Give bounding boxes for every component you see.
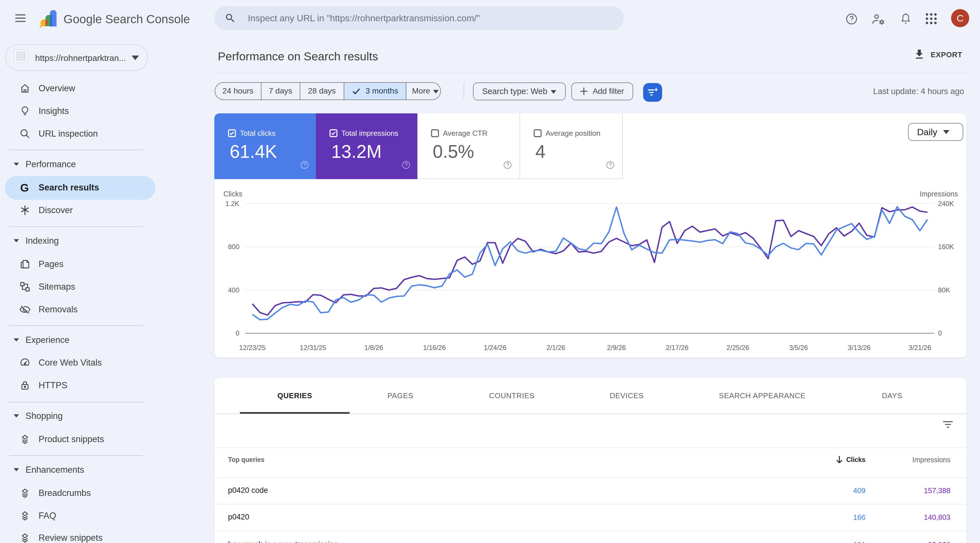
svg-text:G: G [20, 182, 29, 193]
